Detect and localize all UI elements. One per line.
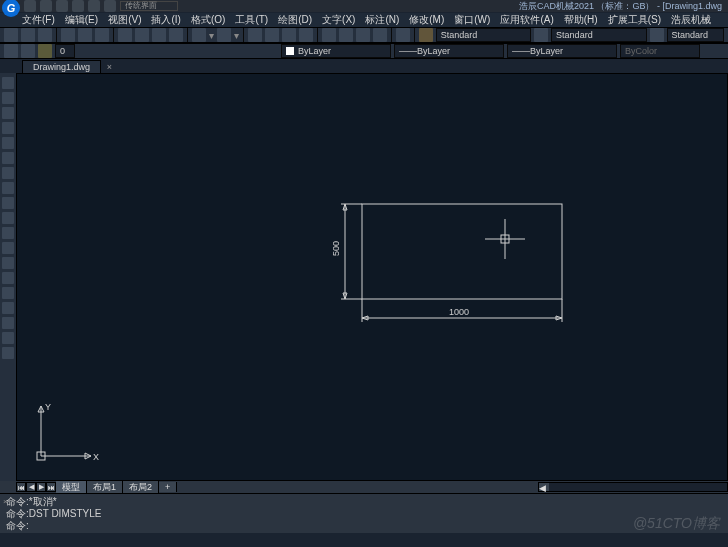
print-icon[interactable] [61, 28, 75, 42]
menu-mech[interactable]: 浩辰机械 [667, 13, 715, 27]
arc-icon[interactable] [2, 122, 14, 134]
rect-icon[interactable] [2, 137, 14, 149]
toolbar-props: 0 ByLayer —— ByLayer —— ByLayer ByColor [0, 43, 728, 59]
close-icon[interactable]: × [107, 62, 112, 72]
pan-icon[interactable] [248, 28, 262, 42]
redo-icon[interactable] [104, 0, 116, 12]
style-icon[interactable] [534, 28, 548, 42]
region-icon[interactable] [2, 242, 14, 254]
undo-icon[interactable] [88, 0, 100, 12]
tab-layout2[interactable]: 布局2 [123, 481, 159, 494]
watermark: @51CTO博客 [633, 515, 720, 533]
save-icon[interactable] [38, 28, 52, 42]
zoom-window-icon[interactable] [282, 28, 296, 42]
block-icon[interactable] [2, 227, 14, 239]
tab-layout1[interactable]: 布局1 [87, 481, 123, 494]
svg-text:X: X [93, 452, 99, 462]
pline-icon[interactable] [2, 92, 14, 104]
dim-v-text: 500 [331, 241, 341, 256]
workarea: 500 1000 Y X [0, 73, 728, 481]
dimstyle-dropdown[interactable]: Standard [551, 28, 646, 42]
tool2-icon[interactable] [339, 28, 353, 42]
menu-format[interactable]: 格式(O) [187, 13, 229, 27]
open-icon[interactable] [40, 0, 52, 12]
menu-apps[interactable]: 应用软件(A) [496, 13, 557, 27]
tool1-icon[interactable] [322, 28, 336, 42]
textstyle-dropdown[interactable]: Standard [436, 28, 531, 42]
preview-icon[interactable] [78, 28, 92, 42]
point-icon[interactable] [2, 212, 14, 224]
command-window[interactable]: × 命令:*取消* 命令:DST DIMSTYLE 命令: [0, 493, 728, 533]
spline-icon[interactable] [2, 182, 14, 194]
print-icon[interactable] [72, 0, 84, 12]
paste-icon[interactable] [152, 28, 166, 42]
match-icon[interactable] [169, 28, 183, 42]
linetype-dropdown[interactable]: —— ByLayer [394, 44, 504, 58]
menu-ext[interactable]: 扩展工具(S) [604, 13, 665, 27]
workspace-dropdown[interactable]: 传统界面 [120, 1, 178, 11]
color-dropdown[interactable]: ByLayer [281, 44, 391, 58]
freeze-icon[interactable] [21, 44, 35, 58]
undo-icon[interactable] [192, 28, 206, 42]
dim4-icon[interactable] [2, 302, 14, 314]
new-icon[interactable] [4, 28, 18, 42]
menu-draw[interactable]: 绘图(D) [274, 13, 316, 27]
table-icon[interactable] [373, 28, 387, 42]
lock-icon[interactable] [38, 44, 52, 58]
doc-tab[interactable]: Drawing1.dwg × [22, 60, 101, 73]
publish-icon[interactable] [95, 28, 109, 42]
menu-dimension[interactable]: 标注(N) [361, 13, 403, 27]
first-icon[interactable]: ⏮ [16, 482, 26, 492]
dim-icon[interactable] [2, 257, 14, 269]
tab-add[interactable]: + [159, 482, 177, 492]
svg-rect-0 [362, 204, 562, 299]
help-icon[interactable] [396, 28, 410, 42]
zoom-icon[interactable] [265, 28, 279, 42]
dimstyle-icon[interactable] [419, 28, 433, 42]
hscrollbar[interactable]: ◀ [538, 482, 728, 492]
text-icon[interactable] [2, 332, 14, 344]
menu-tools[interactable]: 工具(T) [231, 13, 272, 27]
copy-icon[interactable] [135, 28, 149, 42]
lineweight-dropdown[interactable]: —— ByLayer [507, 44, 617, 58]
grid-icon[interactable] [356, 28, 370, 42]
plotstyle-dropdown[interactable]: ByColor [620, 44, 700, 58]
prev-icon[interactable]: ◀ [26, 482, 36, 492]
last-icon[interactable]: ⏭ [46, 482, 56, 492]
dim3-icon[interactable] [2, 287, 14, 299]
redo-icon[interactable] [217, 28, 231, 42]
tablestyle-icon[interactable] [650, 28, 664, 42]
open-icon[interactable] [21, 28, 35, 42]
dim2-icon[interactable] [2, 272, 14, 284]
hatch-icon[interactable] [2, 197, 14, 209]
close-icon[interactable]: × [3, 496, 8, 508]
tablestyle-dropdown[interactable]: Standard [667, 28, 724, 42]
cmd-prompt: 命令: [6, 520, 722, 532]
dim5-icon[interactable] [2, 317, 14, 329]
mtext-icon[interactable] [2, 347, 14, 359]
cut-icon[interactable] [118, 28, 132, 42]
new-icon[interactable] [24, 0, 36, 12]
drawing-canvas[interactable]: 500 1000 Y X [16, 73, 728, 481]
ellipse-icon[interactable] [2, 167, 14, 179]
menu-file[interactable]: 文件(F) [18, 13, 59, 27]
menu-edit[interactable]: 编辑(E) [61, 13, 102, 27]
circle-icon[interactable] [2, 107, 14, 119]
layer-dropdown[interactable]: 0 [55, 44, 75, 58]
menu-text[interactable]: 文字(X) [318, 13, 359, 27]
menu-insert[interactable]: 插入(I) [147, 13, 184, 27]
menu-window[interactable]: 窗口(W) [450, 13, 494, 27]
next-icon[interactable]: ▶ [36, 482, 46, 492]
doc-tabstrip: Drawing1.dwg × [0, 59, 728, 73]
line-icon[interactable] [2, 77, 14, 89]
app-title: 浩辰CAD机械2021 （标准：GB） - [Drawing1.dwg [519, 0, 722, 13]
menu-view[interactable]: 视图(V) [104, 13, 145, 27]
dim-h-text: 1000 [449, 307, 469, 317]
save-icon[interactable] [56, 0, 68, 12]
layer-icon[interactable] [4, 44, 18, 58]
zoom-extents-icon[interactable] [299, 28, 313, 42]
menu-modify[interactable]: 修改(M) [405, 13, 448, 27]
polygon-icon[interactable] [2, 152, 14, 164]
tab-model[interactable]: 模型 [56, 481, 87, 494]
menu-help[interactable]: 帮助(H) [560, 13, 602, 27]
